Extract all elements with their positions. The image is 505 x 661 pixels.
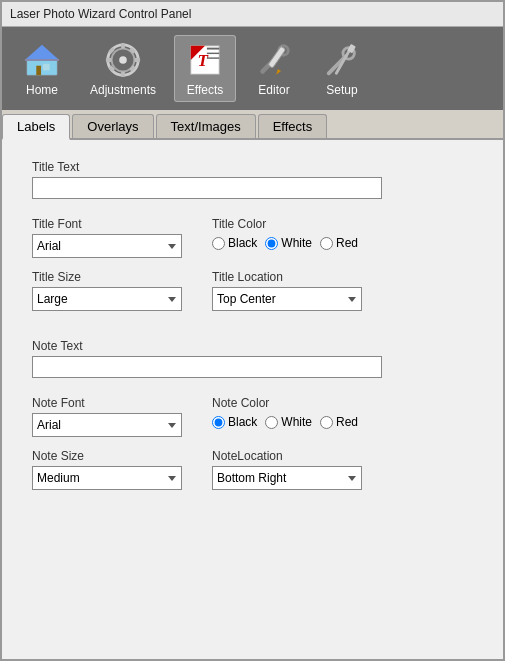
title-color-black-radio[interactable]: [212, 237, 225, 250]
title-font-col: Title Font Arial Times New Roman Helveti…: [32, 217, 182, 258]
svg-point-7: [119, 56, 127, 64]
note-color-red[interactable]: Red: [320, 415, 358, 429]
tab-textimages[interactable]: Text/Images: [156, 114, 256, 138]
svg-rect-9: [121, 71, 125, 77]
note-color-black-radio[interactable]: [212, 416, 225, 429]
title-location-col: Title Location Top Left Top Center Top R…: [212, 270, 362, 311]
toolbar-setup-label: Setup: [326, 83, 357, 97]
title-color-red-radio[interactable]: [320, 237, 333, 250]
toolbar-home[interactable]: Home: [12, 36, 72, 101]
svg-rect-4: [25, 59, 59, 61]
adjustments-icon: [103, 40, 143, 80]
note-text-label: Note Text: [32, 339, 473, 353]
content-area: Title Text Title Font Arial Times New Ro…: [2, 140, 503, 659]
svg-rect-11: [134, 58, 140, 62]
title-size-label: Title Size: [32, 270, 182, 284]
effects-icon: T: [185, 40, 225, 80]
note-color-black[interactable]: Black: [212, 415, 257, 429]
title-color-label: Title Color: [212, 217, 358, 231]
note-size-select[interactable]: Small Medium Large Extra Large: [32, 466, 182, 490]
note-color-red-radio[interactable]: [320, 416, 333, 429]
note-font-select[interactable]: Arial Times New Roman Helvetica Courier: [32, 413, 182, 437]
note-font-col: Note Font Arial Times New Roman Helvetic…: [32, 396, 182, 437]
tab-labels[interactable]: Labels: [2, 114, 70, 140]
note-color-white-radio[interactable]: [265, 416, 278, 429]
title-location-label: Title Location: [212, 270, 362, 284]
toolbar-adjustments[interactable]: Adjustments: [80, 36, 166, 101]
note-color-label: Note Color: [212, 396, 358, 410]
title-bar: Laser Photo Wizard Control Panel: [2, 2, 503, 27]
title-text-section: Title Text: [32, 160, 473, 199]
svg-rect-8: [121, 43, 125, 49]
title-color-white-radio[interactable]: [265, 237, 278, 250]
note-size-col: Note Size Small Medium Large Extra Large: [32, 449, 182, 490]
svg-rect-3: [43, 64, 50, 71]
svg-rect-2: [36, 66, 41, 76]
toolbar-effects[interactable]: T Effects: [174, 35, 236, 102]
title-size-select[interactable]: Small Medium Large Extra Large: [32, 287, 182, 311]
svg-marker-1: [25, 45, 59, 60]
window-title: Laser Photo Wizard Control Panel: [10, 7, 191, 21]
note-color-white[interactable]: White: [265, 415, 312, 429]
toolbar-editor[interactable]: Editor: [244, 36, 304, 101]
title-size-location-row: Title Size Small Medium Large Extra Larg…: [32, 270, 473, 311]
note-size-location-row: Note Size Small Medium Large Extra Large…: [32, 449, 473, 490]
setup-icon: [322, 40, 362, 80]
title-size-col: Title Size Small Medium Large Extra Larg…: [32, 270, 182, 311]
note-color-group: Black White Red: [212, 415, 358, 429]
tab-bar: Labels Overlays Text/Images Effects: [2, 110, 503, 140]
note-text-input[interactable]: [32, 356, 382, 378]
title-color-white[interactable]: White: [265, 236, 312, 250]
title-location-select[interactable]: Top Left Top Center Top Right Bottom Lef…: [212, 287, 362, 311]
main-window: Laser Photo Wizard Control Panel Home: [0, 0, 505, 661]
svg-text:T: T: [197, 51, 208, 70]
tab-overlays[interactable]: Overlays: [72, 114, 153, 138]
title-color-group: Black White Red: [212, 236, 358, 250]
title-text-input[interactable]: [32, 177, 382, 199]
title-font-select[interactable]: Arial Times New Roman Helvetica Courier: [32, 234, 182, 258]
note-text-section: Note Text: [32, 339, 473, 378]
title-font-label: Title Font: [32, 217, 182, 231]
title-text-label: Title Text: [32, 160, 473, 174]
title-color-col: Title Color Black White Red: [212, 217, 358, 250]
title-color-black[interactable]: Black: [212, 236, 257, 250]
note-font-label: Note Font: [32, 396, 182, 410]
note-location-select[interactable]: Top Left Top Center Top Right Bottom Lef…: [212, 466, 362, 490]
toolbar-home-label: Home: [26, 83, 58, 97]
home-icon: [22, 40, 62, 80]
toolbar-adjustments-label: Adjustments: [90, 83, 156, 97]
note-size-label: Note Size: [32, 449, 182, 463]
tab-effects[interactable]: Effects: [258, 114, 328, 138]
note-location-label: NoteLocation: [212, 449, 362, 463]
note-color-col: Note Color Black White Red: [212, 396, 358, 429]
title-color-red[interactable]: Red: [320, 236, 358, 250]
toolbar-editor-label: Editor: [258, 83, 289, 97]
note-font-color-row: Note Font Arial Times New Roman Helvetic…: [32, 396, 473, 437]
toolbar: Home Adjustment: [2, 27, 503, 110]
note-location-col: NoteLocation Top Left Top Center Top Rig…: [212, 449, 362, 490]
svg-marker-25: [275, 69, 281, 76]
toolbar-setup[interactable]: Setup: [312, 36, 372, 101]
divider: [32, 323, 473, 339]
title-font-color-row: Title Font Arial Times New Roman Helveti…: [32, 217, 473, 258]
toolbar-effects-label: Effects: [187, 83, 223, 97]
svg-rect-24: [268, 46, 286, 68]
editor-icon: [254, 40, 294, 80]
svg-rect-10: [106, 58, 112, 62]
